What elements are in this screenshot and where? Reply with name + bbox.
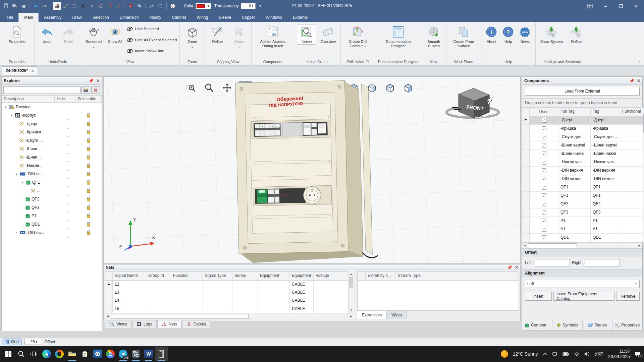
- lock-icon[interactable]: [84, 121, 94, 126]
- search-input[interactable]: [3, 86, 80, 94]
- zoom-tool[interactable]: [202, 81, 216, 94]
- grid-toggle-button[interactable]: Grid: [2, 339, 22, 345]
- used-checkbox[interactable]: ✓: [542, 152, 546, 156]
- used-checkbox[interactable]: ✓: [542, 143, 546, 148]
- polygon-tool-icon[interactable]: [97, 2, 105, 10]
- view-back-tool[interactable]: [383, 81, 397, 94]
- ask-aspects-button[interactable]: += Ask for Aspects During Insert: [254, 24, 291, 48]
- smooth-curves-button[interactable]: Smooth Curves: [424, 24, 443, 48]
- rendered-button[interactable]: Rendered ▼: [84, 24, 103, 50]
- menu-cabinet[interactable]: Cabinet: [167, 13, 191, 22]
- component-row[interactable]: ✓P1P1: [522, 217, 643, 225]
- start-button[interactable]: [2, 347, 15, 361]
- word-icon[interactable]: W: [142, 347, 155, 361]
- wire-tool-icon[interactable]: [148, 2, 156, 10]
- used-checkbox[interactable]: ✓: [542, 168, 546, 173]
- net-row[interactable]: ▶L2CABLE: [105, 281, 348, 289]
- chrome-icon[interactable]: [104, 347, 117, 361]
- close-icon[interactable]: ✕: [637, 78, 640, 83]
- transparency-input[interactable]: [241, 4, 251, 8]
- lock-icon[interactable]: [84, 188, 94, 193]
- component-row[interactable]: ✓-Кришка-Кришка: [522, 125, 643, 133]
- insert-button[interactable]: Insert: [525, 292, 552, 301]
- coord-insert2-icon[interactable]: [114, 2, 122, 10]
- component-row[interactable]: ✓-DIN верхня-DIN верхня: [522, 167, 643, 175]
- see-schematic-app-icon[interactable]: [129, 347, 142, 361]
- see-3d-app-icon[interactable]: [155, 347, 168, 361]
- used-checkbox[interactable]: ✓: [542, 219, 546, 223]
- undo-icon[interactable]: [32, 2, 40, 10]
- coord-insert-icon[interactable]: [105, 2, 113, 10]
- microsoft-store-icon[interactable]: [78, 347, 91, 361]
- undo-button[interactable]: Undo: [37, 24, 57, 44]
- collapse-ribbon-icon[interactable]: ⌃: [638, 61, 641, 64]
- tree-row-din-bottom[interactable]: › -DIN ни...: [2, 228, 102, 237]
- point-tool-icon[interactable]: [79, 2, 87, 10]
- net-row[interactable]: L5CABLE: [105, 305, 348, 313]
- lock-icon[interactable]: [84, 180, 94, 185]
- load-from-external-button[interactable]: Load From External: [525, 87, 640, 96]
- weather-icon[interactable]: [501, 350, 508, 358]
- select-button[interactable]: Select: [297, 24, 316, 45]
- tab-properties[interactable]: Properties: [612, 320, 642, 330]
- used-checkbox[interactable]: ✓: [542, 210, 546, 215]
- expand-arrow[interactable]: ∨: [4, 105, 8, 109]
- about-button[interactable]: i About: [484, 24, 499, 44]
- select-region-icon[interactable]: [156, 2, 164, 10]
- minimize-button[interactable]: ─: [598, 0, 613, 12]
- menu-draw[interactable]: Draw: [67, 13, 87, 22]
- lock-icon[interactable]: [84, 172, 94, 176]
- outlook-icon[interactable]: O: [91, 347, 104, 361]
- help-button[interactable]: ? Help: [501, 24, 515, 44]
- used-checkbox[interactable]: ✓: [542, 235, 546, 240]
- menu-assembly[interactable]: Assembly: [39, 13, 67, 22]
- document-tab[interactable]: 24-09-2025* ✕: [2, 66, 38, 75]
- close-button[interactable]: ✕: [629, 0, 644, 12]
- weather-text[interactable]: 12°C Sunny: [513, 351, 538, 357]
- pin-icon[interactable]: 📌: [89, 78, 94, 83]
- used-checkbox[interactable]: ✓: [542, 202, 546, 206]
- remove-button[interactable]: Remove: [616, 292, 640, 301]
- tree-row-kryshka[interactable]: -Кришка: [2, 128, 102, 136]
- component-row[interactable]: ✓-Шини нижні-Шини нижні: [522, 150, 643, 158]
- tree-row-qd1[interactable]: QD1: [2, 220, 102, 228]
- clock[interactable]: 11:37 26.09.2025: [608, 349, 630, 359]
- expand-arrow[interactable]: ∨: [20, 181, 24, 184]
- invert-show-hide-button[interactable]: Invert Show/Hide: [127, 47, 177, 55]
- component-row[interactable]: ✓QF2QF2: [522, 200, 643, 208]
- component-row[interactable]: ✓-Шини верхні-Шини верхні: [522, 141, 643, 150]
- paste-icon[interactable]: [135, 2, 143, 10]
- segment-tool-icon[interactable]: [88, 2, 96, 10]
- component-row[interactable]: ✓-Смуги для ...-Смуги для ...: [522, 133, 643, 141]
- edge-icon[interactable]: e: [40, 347, 53, 361]
- qat-overflow-icon[interactable]: ▼: [256, 2, 264, 10]
- lock-icon[interactable]: [84, 214, 94, 218]
- lock-icon[interactable]: [84, 205, 94, 210]
- used-checkbox[interactable]: ✓: [542, 193, 546, 198]
- hide-selected-button[interactable]: Hide Selected: [127, 25, 177, 33]
- tab-components[interactable]: Compon...: [522, 320, 552, 330]
- tree-row-dveri[interactable]: -Двері: [2, 119, 102, 128]
- view-cube[interactable]: FRONT: [442, 84, 505, 121]
- show-all-button[interactable]: Show All: [105, 24, 125, 44]
- create-drill-contour-button[interactable]: AB Create Drill Contour ▼: [343, 24, 372, 49]
- view-iso2-tool[interactable]: [401, 81, 415, 94]
- component-row[interactable]: ✓-Нижня час...-Нижня час...: [522, 158, 643, 167]
- zoom-window-tool[interactable]: [184, 81, 198, 94]
- tray-expand-icon[interactable]: [543, 353, 547, 356]
- tree-row-shyny-2[interactable]: -Шини ...: [2, 153, 102, 161]
- copilot-icon[interactable]: [53, 347, 66, 361]
- nets-vscrollbar[interactable]: ▲▼: [348, 272, 354, 313]
- news-button[interactable]: NEW News: [517, 24, 533, 44]
- clear-filter-button[interactable]: [91, 86, 100, 94]
- component-row[interactable]: ▶✓-Двері-Двері: [522, 116, 643, 125]
- tree-row-shyny-1[interactable]: -Шини ...: [2, 144, 102, 153]
- search-button[interactable]: [15, 347, 28, 361]
- redo-icon[interactable]: [41, 2, 49, 10]
- overview-button[interactable]: Overview: [318, 24, 338, 44]
- task-view-button[interactable]: [28, 347, 40, 361]
- lock-icon[interactable]: [84, 222, 94, 227]
- spinner-arrows[interactable]: ▲▼: [251, 4, 255, 8]
- lock-icon[interactable]: [84, 230, 94, 235]
- navigate-icon[interactable]: [169, 2, 177, 10]
